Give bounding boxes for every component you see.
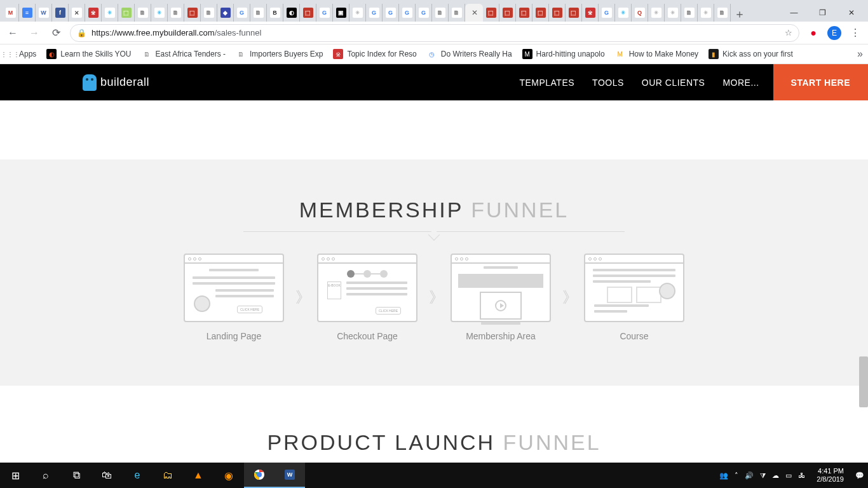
tab[interactable]: ⬚ — [483, 4, 499, 22]
tab[interactable]: 🗎 — [135, 4, 151, 22]
network-icon[interactable]: 🖧 — [798, 471, 805, 479]
store-icon[interactable]: 🛍 — [92, 463, 122, 488]
tab[interactable]: M — [3, 4, 19, 22]
nav-start-here-button[interactable]: START HERE — [773, 64, 868, 100]
tab[interactable]: G — [383, 4, 399, 22]
firefox-icon[interactable]: ◉ — [214, 463, 244, 488]
tab[interactable]: 🗎 — [432, 4, 449, 22]
tab[interactable]: B — [267, 4, 283, 22]
bookmark-label: Kick ass on your first — [722, 50, 793, 58]
close-tab-icon[interactable]: ✕ — [471, 8, 478, 17]
tab[interactable]: 🗎 — [250, 4, 267, 22]
tab[interactable]: ▣ — [333, 4, 349, 22]
tab[interactable]: ✴ — [648, 4, 665, 22]
volume-icon[interactable]: 🔊 — [745, 471, 754, 480]
window-minimize-button[interactable]: — — [780, 4, 808, 22]
battery-icon[interactable]: ▭ — [785, 471, 792, 480]
url-input[interactable]: 🔒 https://www.free.mybuilderall.com/sale… — [70, 24, 799, 42]
tab[interactable]: G — [399, 4, 416, 22]
tab[interactable]: Q — [632, 4, 648, 22]
tab[interactable]: f — [52, 4, 69, 22]
nav-more[interactable]: MORE... — [714, 64, 768, 100]
tab-active[interactable]: ✕ — [465, 4, 483, 22]
bookmark-label: Learn the Skills YOU — [60, 50, 131, 58]
tab[interactable]: ※ — [582, 4, 599, 22]
window-maximize-button[interactable]: ❐ — [808, 4, 837, 22]
tab[interactable]: ✴ — [665, 4, 681, 22]
pinterest-icon[interactable]: ● — [806, 25, 821, 41]
tab[interactable]: ⬚ — [184, 4, 201, 22]
search-icon[interactable]: ⌕ — [31, 463, 61, 488]
bookmark-item[interactable]: 🗎East Africa Tenders - — [142, 49, 226, 59]
tab[interactable]: G — [416, 4, 432, 22]
nav-templates[interactable]: TEMPLATES — [510, 64, 583, 100]
tab[interactable]: ⤫ — [69, 4, 85, 22]
bookmark-item[interactable]: ◐Learn the Skills YOU — [46, 49, 131, 59]
tab[interactable]: ◐ — [283, 4, 300, 22]
chrome-menu-button[interactable]: ⋮ — [848, 25, 863, 41]
tray-chevron-icon[interactable]: ˄ — [735, 471, 738, 480]
nav-our-clients[interactable]: OUR CLIENTS — [633, 64, 714, 100]
bookmark-item[interactable]: ※Topic Index for Reso — [333, 49, 416, 59]
tab[interactable]: ※ — [85, 4, 102, 22]
mock-browser-icon — [451, 254, 551, 322]
bookmark-item[interactable]: MHow to Make Money — [615, 49, 698, 59]
tab[interactable]: G — [234, 4, 250, 22]
mock-browser-icon: CLICK HERE — [184, 254, 284, 322]
tab[interactable]: G — [316, 4, 333, 22]
star-icon[interactable]: ☆ — [785, 28, 792, 37]
chevron-right-icon: 》 — [295, 287, 306, 308]
new-tab-button[interactable]: ＋ — [731, 6, 749, 22]
action-center-icon[interactable]: 💬 — [855, 471, 864, 480]
tab[interactable]: G — [366, 4, 383, 22]
tab[interactable]: ⬚ — [532, 4, 549, 22]
system-tray: 👥 ˄ 🔊 ⧩ ☁ ▭ 🖧 4:41 PM 2/8/2019 💬 — [719, 467, 868, 484]
tab[interactable]: ✴ — [349, 4, 366, 22]
brand-logo[interactable]: builderall — [83, 74, 149, 91]
tab[interactable]: ⬚ — [300, 4, 316, 22]
tab[interactable]: 🗎 — [714, 4, 731, 22]
browser-tab-strip: M ≡ W f ⤫ ※ ✴ ⬚ 🗎 ✴ 🗎 ⬚ 🗎 ◆ G 🗎 B ◐ ⬚ G … — [0, 0, 868, 22]
bookmarks-overflow-icon[interactable]: » — [857, 48, 863, 60]
word-icon[interactable]: W — [275, 463, 305, 488]
tab[interactable]: ⬚ — [499, 4, 516, 22]
tab[interactable]: G — [599, 4, 615, 22]
onedrive-icon[interactable]: ☁ — [772, 471, 779, 480]
reload-button[interactable]: ⟳ — [48, 25, 64, 41]
bookmark-item[interactable]: ◷Do Writers Really Ha — [427, 49, 512, 59]
vlc-icon[interactable]: ▲ — [183, 463, 214, 488]
bookmark-item[interactable]: ⋮⋮⋮Apps — [5, 49, 36, 59]
tab[interactable]: 🗎 — [681, 4, 698, 22]
tab[interactable]: ✴ — [151, 4, 168, 22]
tab[interactable]: 🗎 — [201, 4, 217, 22]
tab[interactable]: ✴ — [615, 4, 632, 22]
file-explorer-icon[interactable]: 🗂 — [153, 463, 183, 488]
tab[interactable]: ⬚ — [516, 4, 532, 22]
chrome-icon[interactable] — [244, 463, 275, 488]
tab[interactable]: ◆ — [217, 4, 234, 22]
scrollbar-thumb[interactable] — [859, 356, 868, 407]
bookmark-item[interactable]: 🗎Importers Buyers Exp — [236, 49, 323, 59]
back-button[interactable]: ← — [5, 25, 20, 41]
card-label: Course — [584, 331, 684, 341]
tab[interactable]: ✴ — [698, 4, 714, 22]
people-icon[interactable]: 👥 — [719, 471, 728, 480]
profile-avatar[interactable]: E — [827, 26, 841, 40]
window-close-button[interactable]: ✕ — [837, 4, 865, 22]
taskbar-clock[interactable]: 4:41 PM 2/8/2019 — [811, 467, 849, 484]
tab[interactable]: 🗎 — [449, 4, 465, 22]
start-button[interactable]: ⊞ — [0, 463, 31, 488]
edge-icon[interactable]: e — [122, 463, 153, 488]
tab[interactable]: ✴ — [102, 4, 118, 22]
tab[interactable]: W — [36, 4, 52, 22]
tab[interactable]: ⬚ — [566, 4, 582, 22]
bookmark-item[interactable]: ▮Kick ass on your first — [709, 49, 793, 59]
task-view-icon[interactable]: ⧉ — [61, 463, 92, 488]
tab[interactable]: ⬚ — [549, 4, 566, 22]
bookmark-item[interactable]: MHard-hitting unapolo — [522, 49, 605, 59]
dropbox-icon[interactable]: ⧩ — [760, 471, 766, 480]
tab[interactable]: ≡ — [19, 4, 36, 22]
nav-tools[interactable]: TOOLS — [583, 64, 633, 100]
tab[interactable]: 🗎 — [168, 4, 184, 22]
tab[interactable]: ⬚ — [118, 4, 135, 22]
